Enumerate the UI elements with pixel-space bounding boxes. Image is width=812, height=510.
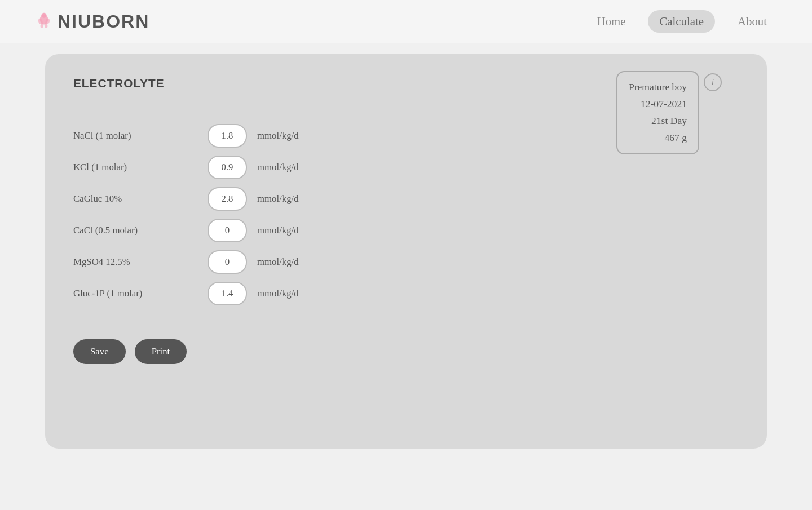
form-row: Gluc-1P (1 molar)mmol/kg/d bbox=[73, 282, 739, 305]
field-input-3[interactable] bbox=[208, 219, 247, 242]
field-label-2: CaGluc 10% bbox=[73, 193, 197, 205]
navigation: NIUBORN Home Calculate About bbox=[0, 0, 812, 43]
form-row: MgSO4 12.5%mmol/kg/d bbox=[73, 250, 739, 274]
field-label-4: MgSO4 12.5% bbox=[73, 256, 197, 268]
field-input-4[interactable] bbox=[208, 250, 247, 274]
print-button[interactable]: Print bbox=[135, 339, 187, 364]
field-unit-3: mmol/kg/d bbox=[257, 225, 299, 236]
field-unit-0: mmol/kg/d bbox=[257, 130, 299, 141]
field-input-2[interactable] bbox=[208, 187, 247, 211]
nav-about[interactable]: About bbox=[726, 10, 778, 33]
electrolyte-card: ELECTROLYTE Premature boy 12-07-2021 21s… bbox=[45, 54, 767, 449]
patient-type: Premature boy bbox=[629, 79, 687, 96]
action-buttons: Save Print bbox=[73, 339, 739, 364]
field-input-5[interactable] bbox=[208, 282, 247, 305]
field-label-1: KCl (1 molar) bbox=[73, 162, 197, 173]
field-unit-5: mmol/kg/d bbox=[257, 288, 299, 299]
form-row: KCl (1 molar)mmol/kg/d bbox=[73, 156, 739, 179]
save-button[interactable]: Save bbox=[73, 339, 126, 364]
patient-box: Premature boy 12-07-2021 21st Day 467 g bbox=[616, 71, 699, 154]
form-row: CaCl (0.5 molar)mmol/kg/d bbox=[73, 219, 739, 242]
patient-info-area: Premature boy 12-07-2021 21st Day 467 g … bbox=[616, 71, 722, 154]
form-row: CaGluc 10%mmol/kg/d bbox=[73, 187, 739, 211]
field-unit-1: mmol/kg/d bbox=[257, 162, 299, 173]
logo-text: NIUBORN bbox=[58, 11, 149, 32]
logo-icon bbox=[34, 11, 54, 32]
patient-date: 12-07-2021 bbox=[629, 96, 687, 113]
nav-links: Home Calculate About bbox=[586, 10, 778, 33]
field-input-0[interactable] bbox=[208, 124, 247, 148]
field-label-3: CaCl (0.5 molar) bbox=[73, 225, 197, 236]
nav-home[interactable]: Home bbox=[586, 10, 637, 33]
field-label-5: Gluc-1P (1 molar) bbox=[73, 288, 197, 299]
field-label-0: NaCl (1 molar) bbox=[73, 130, 197, 141]
nav-calculate[interactable]: Calculate bbox=[648, 10, 715, 33]
patient-day: 21st Day bbox=[629, 113, 687, 130]
svg-point-1 bbox=[42, 13, 47, 18]
logo-area: NIUBORN bbox=[34, 11, 586, 32]
field-input-1[interactable] bbox=[208, 156, 247, 179]
patient-weight: 467 g bbox=[629, 130, 687, 147]
main-content: ELECTROLYTE Premature boy 12-07-2021 21s… bbox=[0, 43, 812, 460]
field-unit-4: mmol/kg/d bbox=[257, 256, 299, 268]
info-icon-button[interactable]: i bbox=[704, 73, 722, 91]
field-unit-2: mmol/kg/d bbox=[257, 193, 299, 205]
